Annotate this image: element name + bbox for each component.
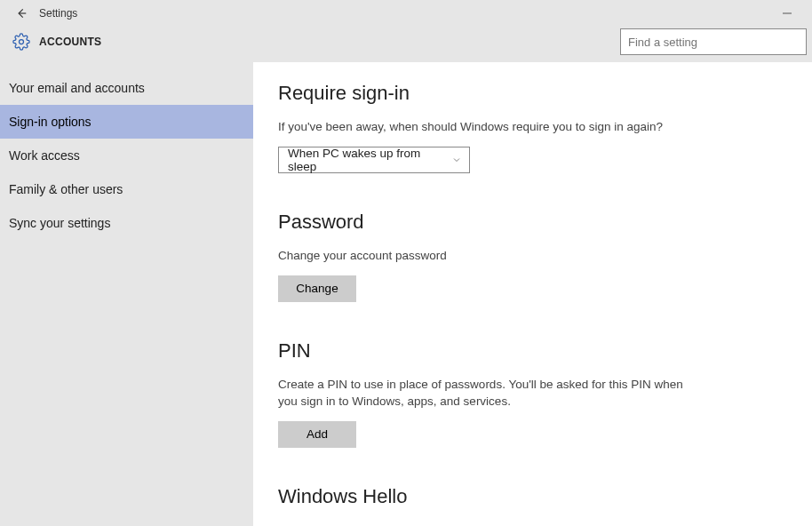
section-gap <box>278 448 796 485</box>
minimize-button[interactable] <box>769 0 805 27</box>
search-input[interactable] <box>620 28 807 55</box>
svg-point-2 <box>20 40 24 44</box>
pin-heading: PIN <box>278 339 796 363</box>
sidebar-item-family-users[interactable]: Family & other users <box>0 172 253 206</box>
windows-hello-heading: Windows Hello <box>278 485 796 508</box>
page-title: ACCOUNTS <box>39 36 101 48</box>
section-gap <box>278 302 796 339</box>
require-signin-dropdown[interactable]: When PC wakes up from sleep <box>278 147 470 173</box>
sidebar: Your email and accounts Sign-in options … <box>0 62 253 526</box>
section-gap <box>278 173 796 211</box>
back-button[interactable] <box>7 0 36 27</box>
change-password-button[interactable]: Change <box>278 275 356 302</box>
require-signin-desc: If you've been away, when should Windows… <box>278 119 705 136</box>
settings-gear-icon-container <box>7 33 36 51</box>
require-signin-dropdown-value: When PC wakes up from sleep <box>288 147 451 173</box>
password-desc: Change your account password <box>278 248 705 265</box>
sidebar-item-work-access[interactable]: Work access <box>0 139 253 172</box>
chevron-down-icon <box>451 155 462 165</box>
titlebar: Settings <box>0 0 812 27</box>
minimize-icon <box>782 8 792 19</box>
section-gap <box>278 522 796 526</box>
sidebar-item-signin-options[interactable]: Sign-in options <box>0 105 253 139</box>
body: Your email and accounts Sign-in options … <box>0 62 812 526</box>
require-signin-heading: Require sign-in <box>278 82 796 105</box>
window-title: Settings <box>39 7 77 20</box>
add-pin-button[interactable]: Add <box>278 421 356 448</box>
content: Require sign-in If you've been away, whe… <box>253 62 812 526</box>
sidebar-item-sync-settings[interactable]: Sync your settings <box>0 206 253 240</box>
back-arrow-icon <box>15 7 28 20</box>
sidebar-item-email-accounts[interactable]: Your email and accounts <box>0 71 253 105</box>
header: ACCOUNTS <box>0 27 812 62</box>
gear-icon <box>12 33 30 51</box>
pin-desc: Create a PIN to use in place of password… <box>278 377 705 410</box>
password-heading: Password <box>278 211 796 234</box>
